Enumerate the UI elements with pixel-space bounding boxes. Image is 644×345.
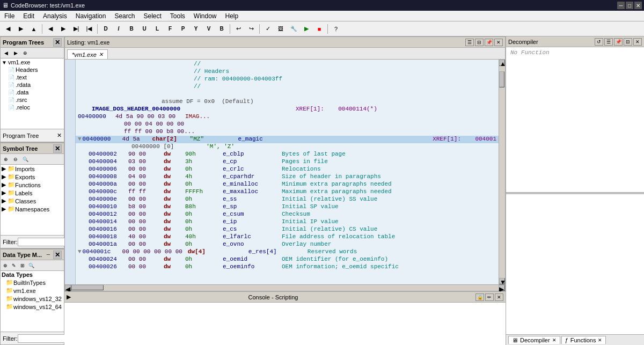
menu-file[interactable]: File <box>0 11 19 21</box>
dt-vm1exe[interactable]: 📁 vm1.exe <box>1 287 64 295</box>
toolbar-dbg[interactable]: 🔧 <box>288 23 299 35</box>
toolbar-up[interactable]: ▲ <box>28 23 40 35</box>
prog-trees-btn1[interactable]: ◀ <box>2 49 10 57</box>
toolbar-back[interactable]: ◀ <box>2 23 14 35</box>
toolbar-ptr[interactable]: P <box>177 23 189 35</box>
program-trees-close[interactable]: ✕ <box>53 38 62 47</box>
toolbar-v[interactable]: V <box>203 23 215 35</box>
dt-min[interactable]: ─ <box>45 251 52 258</box>
decompiler-tab-close[interactable]: ✕ <box>552 337 557 343</box>
listing-scrollbar-v[interactable]: ▲ ▼ <box>499 60 505 284</box>
decompiler-snap-btn[interactable]: ⊟ <box>624 38 632 46</box>
scroll-down-btn[interactable]: ▼ <box>499 278 505 284</box>
tree-item-vm1exe[interactable]: ▼ vm1.exe <box>1 58 64 66</box>
scroll-hthumb[interactable] <box>71 285 104 290</box>
toolbar-img[interactable]: 🖼 <box>275 23 287 35</box>
listing-menu-btn[interactable]: ☰ <box>465 39 474 46</box>
decompiler-menu-btn[interactable]: ☰ <box>604 38 613 46</box>
sym-namespaces[interactable]: ▶ 📁 Namespaces <box>1 205 64 213</box>
toolbar-check[interactable]: ✓ <box>262 23 274 35</box>
listing-scrollbar-h[interactable]: ◀ ▶ <box>65 284 505 291</box>
toolbar-func[interactable]: F <box>164 23 176 35</box>
dt-datatypes[interactable]: Data Types <box>1 271 64 278</box>
toolbar-run[interactable]: ▶ <box>301 23 312 35</box>
dt-btn3[interactable]: ⊞ <box>19 262 26 269</box>
prog-trees-btn3[interactable]: ⊕ <box>21 49 30 57</box>
decompiler-tab[interactable]: 🖥 Decompiler ✕ <box>508 336 560 344</box>
decompiler-close-btn[interactable]: ✕ <box>633 38 642 46</box>
tree-item-data[interactable]: 📄 .data <box>1 89 64 96</box>
dt-btn2[interactable]: ✎ <box>10 262 18 269</box>
dt-btn4[interactable]: 🔍 <box>27 262 35 269</box>
decompiler-content[interactable]: No Function <box>506 47 644 192</box>
decompiler-refresh-btn[interactable]: ↺ <box>595 38 603 46</box>
tree-item-headers[interactable]: 📄 Headers <box>1 66 64 74</box>
close-btn[interactable]: ✕ <box>634 2 642 9</box>
console-content[interactable] <box>64 303 506 345</box>
dt-win64[interactable]: 📁 windows_vs12_64 <box>1 303 64 311</box>
listing-pin-btn[interactable]: 📌 <box>485 39 493 46</box>
sym-btn2[interactable]: ⊖ <box>11 155 20 164</box>
toolbar-btn3[interactable]: ▶| <box>70 23 82 35</box>
dt-win32[interactable]: 📁 windows_vs12_32 <box>1 295 64 303</box>
tree-item-text[interactable]: 📄 .text <box>1 74 64 81</box>
listing-snap-btn[interactable]: ⊟ <box>475 39 484 46</box>
toolbar-bytes[interactable]: B <box>126 23 137 35</box>
tree-item-reloc[interactable]: 📄 .reloc <box>1 104 64 111</box>
console-close-btn[interactable]: ✕ <box>495 293 503 301</box>
minimize-btn[interactable]: ─ <box>617 2 625 9</box>
dt-builtins[interactable]: 📁 BuiltInTypes <box>1 278 64 287</box>
tab-close-btn[interactable]: ✕ <box>99 52 103 57</box>
menu-tools[interactable]: Tools <box>166 11 189 21</box>
console-clear-btn[interactable]: ✏ <box>485 293 494 301</box>
menu-navigation[interactable]: Navigation <box>71 11 111 21</box>
toolbar-help[interactable]: ? <box>330 23 342 35</box>
toolbar-undo[interactable]: ↩ <box>232 23 244 35</box>
sym-exports[interactable]: ▶ 📁 Exports <box>1 173 64 181</box>
symbol-tree-close[interactable]: ✕ <box>53 144 62 153</box>
tree-item-rdata[interactable]: 📄 .rdata <box>1 81 64 89</box>
toolbar-import[interactable]: I <box>113 23 125 35</box>
toolbar-btn4[interactable]: |◀ <box>83 23 95 35</box>
scroll-up-btn[interactable]: ▲ <box>499 60 505 66</box>
listing-close-btn[interactable]: ✕ <box>494 39 503 46</box>
tab-vm1exe[interactable]: *vm1.exe ✕ <box>67 49 108 59</box>
toolbar-redo[interactable]: ↪ <box>245 23 257 35</box>
collapse-btn2[interactable]: ▼ <box>78 248 82 255</box>
toolbar-forward[interactable]: ▶ <box>15 23 27 35</box>
functions-tab-close[interactable]: ✕ <box>598 337 602 343</box>
toolbar-xref[interactable]: Y <box>190 23 202 35</box>
data-type-close[interactable]: ✕ <box>53 251 62 259</box>
tree-item-rsrc[interactable]: 📄 .rsrc <box>1 96 64 104</box>
functions-tab[interactable]: ƒ Functions ✕ <box>561 336 606 344</box>
scroll-left-btn[interactable]: ◀ <box>65 285 71 291</box>
toolbar-btn2[interactable]: ▶ <box>57 23 69 35</box>
sym-btn1[interactable]: ⊕ <box>2 155 10 164</box>
toolbar-stop[interactable]: ■ <box>313 23 325 35</box>
sym-labels[interactable]: ▶ 📁 Labels <box>1 189 64 197</box>
sym-functions[interactable]: ▶ 📁 Functions <box>1 181 64 189</box>
prog-trees-btn2[interactable]: ▶ <box>11 49 20 57</box>
menu-search[interactable]: Search <box>110 11 139 21</box>
toolbar-label[interactable]: L <box>151 23 163 35</box>
console-lock-btn[interactable]: 🔒 <box>475 293 484 301</box>
menu-window[interactable]: Window <box>189 11 221 21</box>
maximize-btn[interactable]: □ <box>626 2 633 9</box>
dt-btn1[interactable]: ⊕ <box>2 262 9 269</box>
toolbar-b2[interactable]: B <box>216 23 228 35</box>
menu-select[interactable]: Select <box>139 11 165 21</box>
sym-classes[interactable]: ▶ 📁 Classes <box>1 197 64 205</box>
scroll-right-btn[interactable]: ▶ <box>499 285 505 291</box>
close-footer-icon[interactable]: ✕ <box>57 132 62 139</box>
decompiler-pin-btn[interactable]: 📌 <box>614 38 623 46</box>
listing-content[interactable]: // // Headers // ram: 00400000-004003ff … <box>76 60 499 284</box>
menu-edit[interactable]: Edit <box>19 11 39 21</box>
toolbar-undefined[interactable]: U <box>138 23 150 35</box>
collapse-btn[interactable]: ▼ <box>78 136 82 142</box>
scroll-thumb[interactable] <box>499 71 504 87</box>
toolbar-disasm[interactable]: D <box>100 23 112 35</box>
toolbar-btn1[interactable]: ◀ <box>45 23 56 35</box>
menu-help[interactable]: Help <box>221 11 243 21</box>
sym-imports[interactable]: ▶ 📁 Imports <box>1 165 64 173</box>
menu-analysis[interactable]: Analysis <box>39 11 71 21</box>
